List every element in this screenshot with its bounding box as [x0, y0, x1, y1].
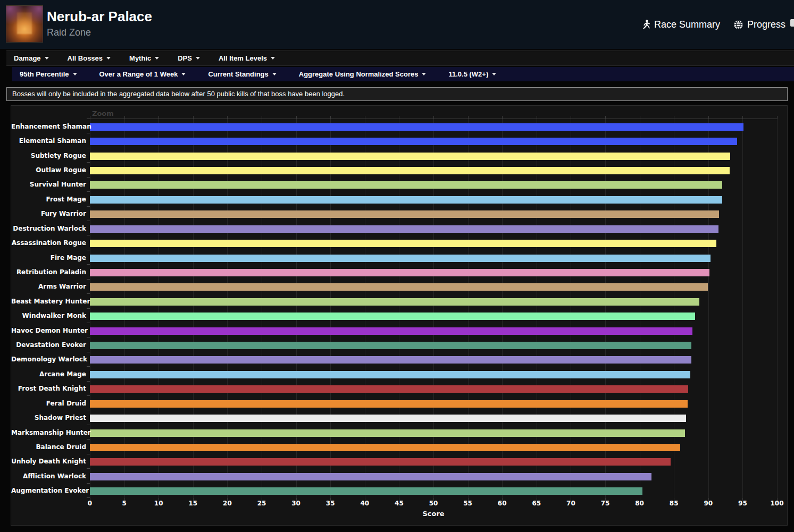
progress-link[interactable]: Progress [734, 19, 785, 30]
y-axis-tick-10 [87, 264, 90, 265]
bar-destruction-warlock[interactable] [90, 225, 718, 233]
bar-windwalker-monk[interactable] [90, 313, 695, 320]
x-tick-label-5: 5 [113, 500, 136, 507]
bar-balance-druid[interactable] [90, 444, 680, 451]
filter-damage[interactable]: Damage [14, 54, 49, 62]
y-axis-tick-23 [87, 454, 90, 454]
chevron-down-icon [106, 57, 111, 60]
bar-outlaw-rogue[interactable] [90, 167, 730, 174]
axis-tick-top-80 [640, 116, 640, 119]
dropdown-label: All Item Levels [219, 54, 267, 62]
gridline-30 [296, 119, 297, 498]
bar-arcane-mage[interactable] [90, 371, 690, 378]
bar-enhancement-shaman[interactable] [90, 123, 743, 131]
filter-11-0-5-w2-[interactable]: 11.0.5 (W2+) [448, 70, 496, 78]
category-label: Arms Warrior [11, 283, 86, 290]
x-tick-label-60: 60 [490, 500, 514, 507]
bar-feral-druid[interactable] [90, 400, 688, 408]
y-axis-tick-18 [87, 381, 90, 382]
category-label: Fury Warrior [11, 210, 86, 217]
axis-tick-top-45 [399, 116, 399, 119]
axis-tick-top-60 [502, 116, 503, 119]
bar-survival-hunter[interactable] [90, 181, 722, 189]
chevron-down-icon [492, 73, 496, 75]
chevron-down-icon [45, 57, 49, 60]
gridline-35 [330, 119, 331, 498]
filter-all-item-levels[interactable]: All Item Levels [219, 54, 275, 62]
gridline-80 [640, 119, 640, 498]
bar-subtlety-rogue[interactable] [90, 153, 730, 160]
axis-tick-top-65 [537, 116, 537, 119]
filter-aggregate-using-normalized-scores[interactable]: Aggregate Using Normalized Scores [299, 70, 427, 78]
partial-icon[interactable] [790, 19, 794, 27]
gridline-55 [468, 119, 469, 498]
y-axis-tick-15 [87, 337, 90, 337]
progress-label: Progress [747, 19, 785, 30]
filter-over-a-range-of-1-week[interactable]: Over a Range of 1 Week [99, 70, 186, 78]
axis-tick-top-35 [330, 116, 331, 119]
bar-havoc-demon-hunter[interactable] [90, 327, 692, 335]
category-label: Arcane Mage [11, 370, 86, 378]
plot-area [90, 119, 777, 497]
category-label: Augmentation Evoker [11, 487, 86, 494]
dropdown-label: Current Standings [208, 70, 268, 78]
y-axis-tick-13 [87, 308, 90, 309]
axis-tick-top-15 [193, 116, 194, 119]
axis-tick-top-100 [777, 116, 778, 119]
gridline-75 [605, 119, 606, 498]
category-label: Outlaw Rogue [11, 166, 86, 174]
gridline-65 [537, 119, 537, 498]
bar-shadow-priest[interactable] [90, 415, 686, 422]
y-axis-tick-0 [87, 119, 90, 119]
gridline-25 [262, 119, 262, 498]
filter-95th-percentile[interactable]: 95th Percentile [20, 70, 77, 78]
category-label: Subtlety Rogue [11, 152, 86, 159]
category-label: Beast Mastery Hunter [11, 298, 86, 305]
axis-tick-top-25 [262, 116, 262, 119]
bar-frost-mage[interactable] [90, 196, 722, 204]
filter-mythic[interactable]: Mythic [129, 54, 159, 62]
axis-tick-top-5 [124, 116, 125, 119]
category-label: Balance Druid [11, 443, 86, 451]
chevron-down-icon [181, 73, 186, 75]
dropdown-label: Aggregate Using Normalized Scores [299, 70, 419, 78]
x-tick-label-15: 15 [181, 500, 205, 507]
bar-devastation-evoker[interactable] [90, 342, 691, 349]
y-axis-tick-19 [87, 395, 90, 396]
category-label: Unholy Death Knight [11, 458, 86, 465]
bar-elemental-shaman[interactable] [90, 138, 737, 145]
bar-marksmanship-hunter[interactable] [90, 429, 685, 437]
category-label: Survival Hunter [11, 181, 86, 188]
dropdown-label: Mythic [129, 54, 151, 62]
y-axis-tick-26 [87, 497, 90, 498]
category-label: Windwalker Monk [11, 312, 86, 319]
bar-unholy-death-knight[interactable] [90, 458, 671, 466]
filter-dps[interactable]: DPS [178, 54, 200, 62]
category-label: Affliction Warlock [11, 472, 86, 480]
race-summary-link[interactable]: Race Summary [642, 19, 720, 30]
filter-current-standings[interactable]: Current Standings [208, 70, 276, 78]
bar-retribution-paladin[interactable] [90, 269, 709, 276]
axis-tick-top-20 [227, 116, 228, 119]
category-label: Devastation Evoker [11, 341, 86, 349]
notice-banner: Bosses will only be included in the aggr… [6, 87, 788, 101]
bar-frost-death-knight[interactable] [90, 385, 688, 393]
x-tick-label-95: 95 [731, 500, 754, 507]
category-label: Fire Mage [11, 254, 86, 261]
bar-assassination-rogue[interactable] [90, 240, 716, 247]
x-tick-label-30: 30 [285, 500, 308, 507]
bar-augmentation-evoker[interactable] [90, 487, 642, 495]
chevron-down-icon [155, 57, 159, 60]
bar-affliction-warlock[interactable] [90, 473, 651, 480]
filter-all-bosses[interactable]: All Bosses [68, 54, 111, 62]
bar-beast-mastery-hunter[interactable] [90, 298, 699, 306]
bar-fire-mage[interactable] [90, 255, 711, 262]
y-axis-tick-1 [87, 133, 90, 133]
bar-fury-warrior[interactable] [90, 210, 719, 218]
category-label: Frost Death Knight [11, 385, 86, 392]
bar-arms-warrior[interactable] [90, 283, 708, 291]
bar-demonology-warlock[interactable] [90, 356, 691, 364]
x-tick-label-10: 10 [147, 500, 170, 507]
race-summary-label: Race Summary [654, 19, 720, 30]
x-tick-label-75: 75 [594, 500, 617, 507]
